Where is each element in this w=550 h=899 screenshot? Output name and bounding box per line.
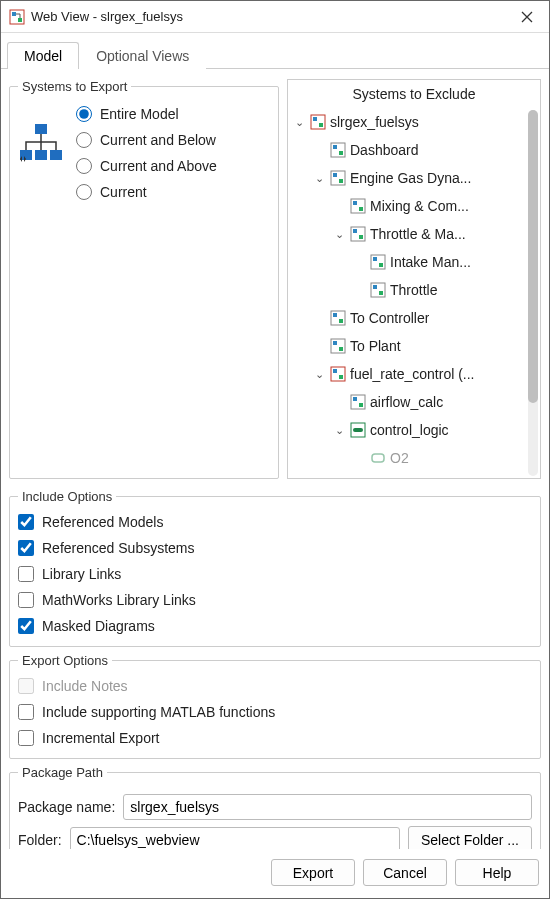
svg-rect-27 bbox=[379, 291, 383, 295]
radio-entire-model-input[interactable] bbox=[76, 106, 92, 122]
tree-node-label: Throttle bbox=[390, 282, 437, 298]
check-include-matlab-label: Include supporting MATLAB functions bbox=[42, 704, 275, 720]
titlebar: Web View - slrgex_fuelsys bbox=[1, 1, 549, 33]
svg-rect-18 bbox=[359, 207, 363, 211]
folder-input[interactable] bbox=[70, 827, 400, 850]
svg-rect-26 bbox=[373, 285, 377, 289]
tree-node-controllogic[interactable]: ⌄ control_logic bbox=[332, 416, 530, 444]
systems-to-export-group: Systems to Export Entire Model bbox=[9, 79, 279, 479]
radio-entire-model[interactable]: Entire Model bbox=[76, 106, 217, 122]
tree-node-throttle[interactable]: Throttle bbox=[352, 276, 530, 304]
svg-rect-15 bbox=[339, 179, 343, 183]
subsystem-icon bbox=[350, 394, 366, 410]
help-button[interactable]: Help bbox=[455, 859, 539, 886]
subsystem-icon bbox=[330, 142, 346, 158]
subsystem-icon bbox=[330, 338, 346, 354]
radio-current-above[interactable]: Current and Above bbox=[76, 158, 217, 174]
subsystem-icon bbox=[350, 226, 366, 242]
svg-rect-21 bbox=[359, 235, 363, 239]
include-options-group: Include Options Referenced Models Refere… bbox=[9, 489, 541, 647]
radio-current-above-input[interactable] bbox=[76, 158, 92, 174]
systems-to-exclude-title: Systems to Exclude bbox=[288, 80, 540, 108]
tree-node-label: fuel_rate_control (... bbox=[350, 366, 475, 382]
check-library-links-input[interactable] bbox=[18, 566, 34, 582]
radio-current-below[interactable]: Current and Below bbox=[76, 132, 217, 148]
check-include-notes-input bbox=[18, 678, 34, 694]
tree-node-throttle-ma[interactable]: ⌄ Throttle & Ma... bbox=[332, 220, 530, 248]
check-incremental-export[interactable]: Incremental Export bbox=[18, 730, 532, 746]
chevron-down-icon[interactable]: ⌄ bbox=[292, 116, 306, 129]
close-icon bbox=[521, 11, 533, 23]
tab-model[interactable]: Model bbox=[7, 42, 79, 69]
check-referenced-models-input[interactable] bbox=[18, 514, 34, 530]
check-library-links[interactable]: Library Links bbox=[18, 566, 532, 582]
subsystem-icon bbox=[350, 198, 366, 214]
tree-node-airflow[interactable]: airflow_calc bbox=[332, 388, 530, 416]
cancel-button[interactable]: Cancel bbox=[363, 859, 447, 886]
model-ref-icon bbox=[330, 366, 346, 382]
check-include-matlab[interactable]: Include supporting MATLAB functions bbox=[18, 704, 532, 720]
check-referenced-subsystems[interactable]: Referenced Subsystems bbox=[18, 540, 532, 556]
tabs: Model Optional Views bbox=[1, 33, 549, 69]
tree-node-dashboard[interactable]: Dashboard bbox=[312, 136, 530, 164]
svg-rect-29 bbox=[333, 313, 337, 317]
tree-node-root[interactable]: ⌄ slrgex_fuelsys bbox=[292, 108, 530, 136]
tree-node-tocontroller[interactable]: To Controller bbox=[312, 304, 530, 332]
tab-optional-views[interactable]: Optional Views bbox=[79, 42, 206, 69]
chevron-down-icon[interactable]: ⌄ bbox=[332, 228, 346, 241]
tree-node-o2[interactable]: O2 bbox=[352, 444, 530, 472]
check-referenced-subsystems-input[interactable] bbox=[18, 540, 34, 556]
radio-current-label: Current bbox=[100, 184, 147, 200]
check-library-links-label: Library Links bbox=[42, 566, 121, 582]
check-masked-diagrams-label: Masked Diagrams bbox=[42, 618, 155, 634]
hierarchy-icon bbox=[18, 120, 64, 166]
include-options-legend: Include Options bbox=[18, 489, 116, 504]
chevron-down-icon[interactable]: ⌄ bbox=[332, 424, 346, 437]
tree-node-label: Engine Gas Dyna... bbox=[350, 170, 471, 186]
subsystem-icon bbox=[330, 310, 346, 326]
tree-node-mixing[interactable]: Mixing & Com... bbox=[332, 192, 530, 220]
check-mathworks-library-links-input[interactable] bbox=[18, 592, 34, 608]
tree-node-fuelrate[interactable]: ⌄ fuel_rate_control (... bbox=[312, 360, 530, 388]
check-referenced-models-label: Referenced Models bbox=[42, 514, 163, 530]
tree-scrollbar[interactable] bbox=[528, 110, 538, 476]
check-mathworks-library-links[interactable]: MathWorks Library Links bbox=[18, 592, 532, 608]
package-name-input[interactable] bbox=[123, 794, 532, 820]
chevron-down-icon[interactable]: ⌄ bbox=[312, 368, 326, 381]
tree-node-label: airflow_calc bbox=[370, 394, 443, 410]
svg-rect-24 bbox=[379, 263, 383, 267]
svg-rect-41 bbox=[353, 428, 363, 432]
svg-rect-17 bbox=[353, 201, 357, 205]
check-include-matlab-input[interactable] bbox=[18, 704, 34, 720]
tree-node-egd[interactable]: ⌄ Engine Gas Dyna... bbox=[312, 164, 530, 192]
exclude-tree[interactable]: ⌄ slrgex_fuelsys Dashboard bbox=[288, 108, 540, 478]
package-path-group: Package Path Package name: Folder: Selec… bbox=[9, 765, 541, 849]
radio-current-below-input[interactable] bbox=[76, 132, 92, 148]
svg-rect-3 bbox=[35, 124, 47, 134]
check-incremental-export-label: Incremental Export bbox=[42, 730, 160, 746]
tree-node-toplant[interactable]: To Plant bbox=[312, 332, 530, 360]
export-options-legend: Export Options bbox=[18, 653, 112, 668]
check-masked-diagrams-input[interactable] bbox=[18, 618, 34, 634]
close-button[interactable] bbox=[505, 1, 549, 33]
check-masked-diagrams[interactable]: Masked Diagrams bbox=[18, 618, 532, 634]
svg-rect-14 bbox=[333, 173, 337, 177]
tree-node-label: Intake Man... bbox=[390, 254, 471, 270]
check-incremental-export-input[interactable] bbox=[18, 730, 34, 746]
app-icon bbox=[9, 9, 25, 25]
chevron-down-icon[interactable]: ⌄ bbox=[312, 172, 326, 185]
systems-to-exclude-panel: Systems to Exclude ⌄ slrgex_fuelsys bbox=[287, 79, 541, 479]
tree-node-intake[interactable]: Intake Man... bbox=[352, 248, 530, 276]
tree-scroll-thumb[interactable] bbox=[528, 110, 538, 403]
select-folder-button[interactable]: Select Folder ... bbox=[408, 826, 532, 849]
radio-current-below-label: Current and Below bbox=[100, 132, 216, 148]
svg-rect-2 bbox=[18, 18, 22, 22]
radio-current-input[interactable] bbox=[76, 184, 92, 200]
radio-current[interactable]: Current bbox=[76, 184, 217, 200]
tree-node-label: slrgex_fuelsys bbox=[330, 114, 419, 130]
check-referenced-models[interactable]: Referenced Models bbox=[18, 514, 532, 530]
export-options-group: Export Options Include Notes Include sup… bbox=[9, 653, 541, 759]
export-button[interactable]: Export bbox=[271, 859, 355, 886]
svg-rect-6 bbox=[50, 150, 62, 160]
svg-rect-20 bbox=[353, 229, 357, 233]
